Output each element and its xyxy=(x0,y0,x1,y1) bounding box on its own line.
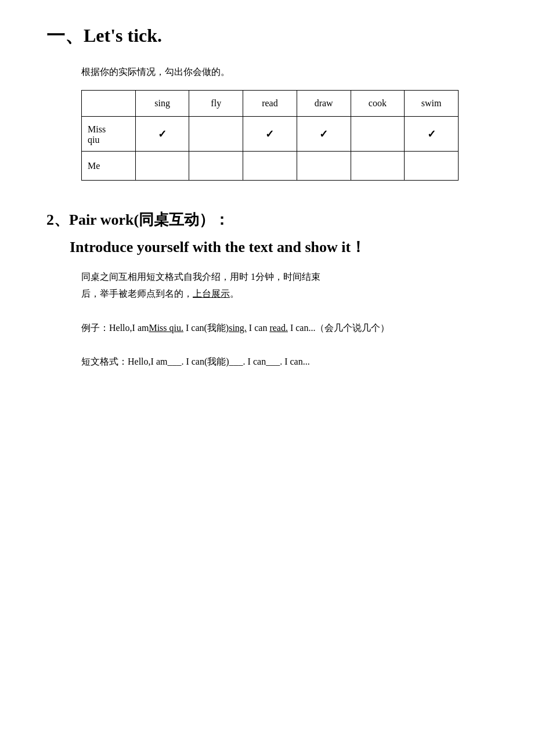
example-label: 例子：Hello,I amMiss qiu. I can(我能)sing. I … xyxy=(81,323,389,333)
tick-table: sing fly read draw cook swim Miss qiu ✓ xyxy=(81,90,459,181)
section2-instruction: 同桌之间互相用短文格式自我介绍，用时 1分钟，时间结束 后，举手被老师点到名的，… xyxy=(81,269,499,303)
header-draw: draw xyxy=(297,91,351,117)
miss-sing-cell: ✓ xyxy=(135,117,189,152)
underline-sing: sing. xyxy=(229,323,247,333)
table-wrapper: sing fly read draw cook swim Miss qiu ✓ xyxy=(81,90,499,181)
format-block: 短文格式：Hello,I am___. I can(我能)___. I can_… xyxy=(81,354,499,370)
miss-draw-check: ✓ xyxy=(319,128,328,140)
miss-sing-check: ✓ xyxy=(158,128,167,140)
miss-read-check: ✓ xyxy=(265,128,274,140)
table-row-miss: Miss qiu ✓ ✓ ✓ ✓ xyxy=(82,117,459,152)
miss-line2: qiu xyxy=(88,135,129,145)
me-read-cell xyxy=(243,152,297,181)
format-label: 短文格式：Hello,I am___. I can(我能)___. I can_… xyxy=(81,357,310,366)
me-swim-cell xyxy=(405,152,459,181)
section1-title: 一、Let's tick. xyxy=(46,23,499,49)
instruction-line2: 后，举手被老师点到名的，上台展示。 xyxy=(81,286,499,303)
section2-subtitle: Introduce yourself with the text and sho… xyxy=(70,237,499,257)
table-header-row: sing fly read draw cook swim xyxy=(82,91,459,117)
miss-read-cell: ✓ xyxy=(243,117,297,152)
header-empty xyxy=(82,91,136,117)
miss-swim-check: ✓ xyxy=(427,128,436,140)
miss-label: Miss qiu xyxy=(82,117,136,152)
miss-draw-cell: ✓ xyxy=(297,117,351,152)
section1-instruction: 根据你的实际情况，勾出你会做的。 xyxy=(81,66,499,78)
example-block: 例子：Hello,I amMiss qiu. I can(我能)sing. I … xyxy=(81,320,499,337)
underline-present: 上台展示 xyxy=(193,289,230,298)
miss-swim-cell: ✓ xyxy=(405,117,459,152)
me-fly-cell xyxy=(189,152,243,181)
me-cook-cell xyxy=(351,152,405,181)
miss-fly-cell xyxy=(189,117,243,152)
header-swim: swim xyxy=(405,91,459,117)
table-row-me: Me xyxy=(82,152,459,181)
section2: 2、Pair work(同桌互动）： Introduce yourself wi… xyxy=(46,210,499,370)
underline-read: read. xyxy=(269,323,288,333)
section2-title: 2、Pair work(同桌互动）： xyxy=(46,210,499,230)
header-sing: sing xyxy=(135,91,189,117)
header-fly: fly xyxy=(189,91,243,117)
underline-miss-qiu: Miss qiu. xyxy=(149,323,183,333)
me-draw-cell xyxy=(297,152,351,181)
header-cook: cook xyxy=(351,91,405,117)
me-label: Me xyxy=(82,152,136,181)
section1: 一、Let's tick. 根据你的实际情况，勾出你会做的。 sing fly … xyxy=(46,23,499,181)
header-read: read xyxy=(243,91,297,117)
me-sing-cell xyxy=(135,152,189,181)
miss-line1: Miss xyxy=(88,124,129,135)
miss-cook-cell xyxy=(351,117,405,152)
instruction-line1: 同桌之间互相用短文格式自我介绍，用时 1分钟，时间结束 xyxy=(81,269,499,286)
